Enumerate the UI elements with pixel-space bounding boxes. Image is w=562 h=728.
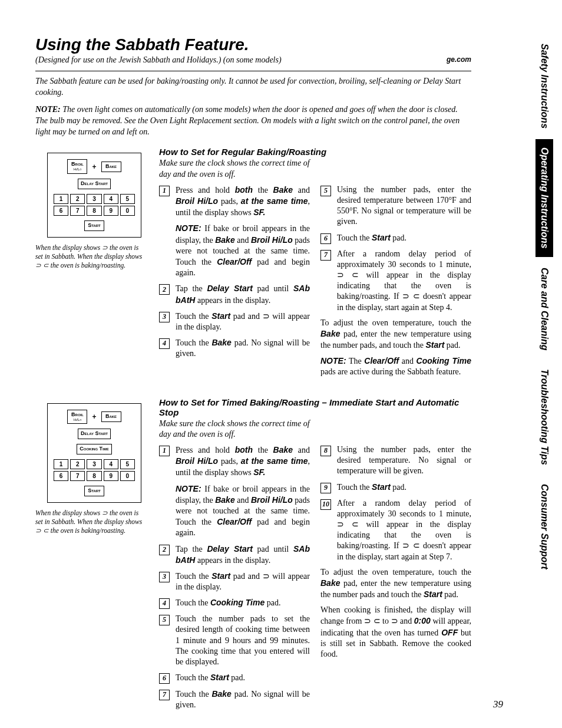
step-text: Touch the Start pad and ⊃ will appear in… [176,571,310,592]
step-text: Tap the Delay Start pad until SAb bAtH a… [176,543,310,566]
step-num: 4 [159,598,170,609]
plus-icon: + [92,413,96,421]
side-tabs: Safety Instructions Operating Instructio… [535,35,553,578]
control-panel-diagram-1: BroilHi/Lo + Bake Delay Start 12345 6789… [47,153,141,237]
website-link[interactable]: ge.com [447,55,471,65]
start-button: Start [84,486,104,496]
step-num: 4 [159,338,170,349]
divider [35,71,471,71]
step-text: Touch the Start pad. [337,232,471,244]
note-text: NOTE: If bake or broil appears in the di… [176,223,310,278]
step-text: Touch the number pads to set the desired… [176,614,310,667]
finish-text: When cooking is finished, the display wi… [320,605,471,660]
page-number: 39 [493,699,503,710]
note-text: NOTE: If bake or broil appears in the di… [176,483,310,539]
step-num: 2 [159,545,170,555]
step-num: 7 [159,690,170,700]
delay-start-button: Delay Start [78,179,111,189]
step-num: 10 [320,499,331,510]
step-num: 1 [159,186,170,196]
step-num: 3 [159,572,170,582]
step-text: Touch the Bake pad. No signal will be gi… [176,337,310,359]
step-num: 2 [159,284,170,295]
step-num: 7 [320,250,331,261]
broil-button: BroilHi/Lo [67,410,87,424]
section-2-heading: How to Set for Timed Baking/Roasting – I… [159,397,471,417]
panel-caption-1: When the display shows ⊃ the oven is set… [35,243,144,270]
step-text: Touch the Bake pad. No signal will be gi… [176,689,310,710]
tab-operating[interactable]: Operating Instructions [535,139,553,257]
bake-button: Bake [101,162,121,172]
start-button: Start [84,220,104,231]
step-num: 3 [159,312,170,322]
subtitle: (Designed for use on the Jewish Sabbath … [35,55,282,65]
step-text: After a random delay period of approxima… [337,249,471,313]
step-text: Using the number pads, enter the desired… [337,185,471,228]
section-1-heading: How to Set for Regular Baking/Roasting [159,147,471,157]
number-pad: 12345 67890 [54,459,135,481]
cooking-time-button: Cooking Time [77,444,112,454]
broil-button: BroilHi/Lo [67,159,87,173]
bake-button: Bake [101,411,121,422]
section-2-intro: Make sure the clock shows the correct ti… [159,419,318,440]
control-panel-diagram-2: BroilHi/Lo + Bake Delay Start Cooking Ti… [47,403,141,503]
step-num: 8 [320,446,331,456]
number-pad: 12345 67890 [54,194,135,216]
step-text: Using the number pads, enter the desired… [337,444,471,477]
section-1-intro: Make sure the clock shows the correct ti… [159,158,318,179]
step-text: Touch the Cooking Time pad. [176,597,310,609]
step-num: 6 [159,673,170,684]
step-text: Touch the Start pad. [176,672,310,684]
step-text: Press and hold both the Bake and Broil H… [176,444,310,479]
step-num: 5 [320,186,331,196]
intro-note: NOTE: The oven light comes on automatica… [35,104,471,138]
final-note: NOTE: The Clear/Off and Cooking Time pad… [320,355,471,377]
tab-consumer[interactable]: Consumer Support [535,476,553,578]
step-num: 9 [320,483,331,493]
tab-care[interactable]: Care and Cleaning [535,259,553,358]
step-num: 1 [159,446,170,456]
tab-safety[interactable]: Safety Instructions [535,35,553,137]
intro-text: The Sabbath feature can be used for baki… [35,76,471,98]
step-text: Touch the Start pad. [337,482,471,493]
adjust-text: To adjust the oven temperature, touch th… [320,567,471,601]
plus-icon: + [92,163,96,171]
tab-troubleshooting[interactable]: Troubleshooting Tips [535,361,553,473]
step-text: After a random delay period of approxima… [337,498,471,562]
page-title: Using the Sabbath Feature. [35,35,471,54]
step-text: Tap the Delay Start pad until SAb bAtH a… [176,283,310,305]
step-num: 6 [320,233,331,244]
step-text: Press and hold both the Bake and Broil H… [176,185,310,219]
step-text: Touch the Start pad and ⊃ will appear in… [176,311,310,332]
panel-caption-2: When the display shows ⊃ the oven is set… [35,509,144,535]
delay-start-button: Delay Start [78,429,111,439]
step-num: 5 [159,615,170,625]
adjust-text: To adjust the oven temperature, touch th… [320,318,471,351]
